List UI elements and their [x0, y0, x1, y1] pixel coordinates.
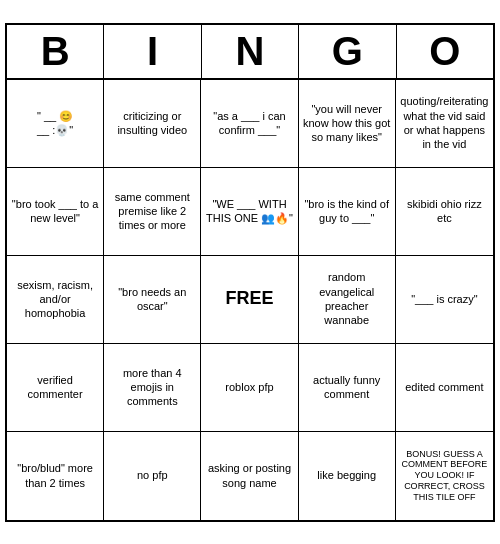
cell-b4: verified commenter — [7, 344, 104, 432]
bingo-grid: " __ 😊__ :💀"criticizing or insulting vid… — [7, 80, 493, 520]
bingo-letter-o: O — [397, 25, 493, 78]
cell-o3: "___ is crazy" — [396, 256, 493, 344]
bingo-header: BINGO — [7, 25, 493, 80]
bingo-letter-g: G — [299, 25, 396, 78]
cell-b1: " __ 😊__ :💀" — [7, 80, 104, 168]
cell-g2: "bro is the kind of guy to ___" — [299, 168, 396, 256]
cell-g5: like begging — [299, 432, 396, 520]
cell-g3: random evangelical preacher wannabe — [299, 256, 396, 344]
bingo-letter-i: I — [104, 25, 201, 78]
cell-i4: more than 4 emojis in comments — [104, 344, 201, 432]
cell-n4: roblox pfp — [201, 344, 298, 432]
bingo-letter-n: N — [202, 25, 299, 78]
cell-b3: sexism, racism, and/or homophobia — [7, 256, 104, 344]
cell-n2: "WE ___ WITH THIS ONE 👥🔥" — [201, 168, 298, 256]
cell-b5: "bro/blud" more than 2 times — [7, 432, 104, 520]
bingo-letter-b: B — [7, 25, 104, 78]
cell-g1: "you will never know how this got so man… — [299, 80, 396, 168]
cell-i1: criticizing or insulting video — [104, 80, 201, 168]
bingo-card: BINGO " __ 😊__ :💀"criticizing or insulti… — [5, 23, 495, 522]
cell-g4: actually funny comment — [299, 344, 396, 432]
cell-b2: "bro took ___ to a new level" — [7, 168, 104, 256]
cell-o1: quoting/reiterating what the vid said or… — [396, 80, 493, 168]
cell-i2: same comment premise like 2 times or mor… — [104, 168, 201, 256]
cell-o5: BONUS! GUESS A COMMENT BEFORE YOU LOOK! … — [396, 432, 493, 520]
cell-n1: "as a ___ i can confirm ___" — [201, 80, 298, 168]
cell-n3: FREE — [201, 256, 298, 344]
cell-i3: "bro needs an oscar" — [104, 256, 201, 344]
cell-i5: no pfp — [104, 432, 201, 520]
cell-o2: skibidi ohio rizz etc — [396, 168, 493, 256]
cell-n5: asking or posting song name — [201, 432, 298, 520]
cell-o4: edited comment — [396, 344, 493, 432]
